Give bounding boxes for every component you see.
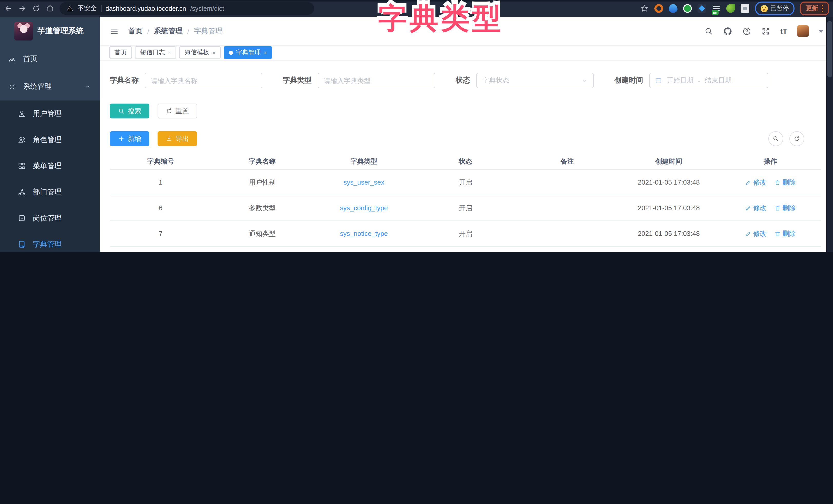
badge-icon <box>18 214 26 223</box>
menu-tree-icon <box>18 161 26 170</box>
dashboard-icon <box>8 55 17 63</box>
reset-button[interactable]: 重置 <box>158 104 197 119</box>
breadcrumb-home[interactable]: 首页 <box>128 26 143 35</box>
divider <box>101 5 101 12</box>
sidebar-menu: 首页 系统管理 用户管理 角色管理 <box>0 45 100 252</box>
export-button[interactable]: 导出 <box>158 131 197 146</box>
search-button[interactable]: 搜索 <box>110 104 149 119</box>
dict-name-input[interactable] <box>145 73 262 88</box>
refresh-button[interactable] <box>789 131 804 146</box>
app-title: 芋道管理系统 <box>38 26 84 36</box>
toggle-search-button[interactable] <box>768 131 783 146</box>
screen: 不安全 dashboard.yudao.iocoder.cn/system/di… <box>0 0 833 252</box>
browser-scrollbar[interactable] <box>826 17 833 252</box>
table-actions: 新增 导出 <box>110 131 826 146</box>
tab-home[interactable]: 首页 <box>109 46 132 59</box>
tab-dict-management[interactable]: 字典管理× <box>224 46 272 59</box>
status-label: 状态 <box>456 76 470 85</box>
extension-leaf-icon[interactable] <box>726 4 735 13</box>
delete-link[interactable]: 删除 <box>774 229 796 238</box>
delete-link[interactable]: 删除 <box>774 178 796 187</box>
browser-menu-icon[interactable] <box>822 5 823 12</box>
sidebar-item-role-management[interactable]: 角色管理 <box>0 127 100 153</box>
not-secure-warning-icon <box>66 5 73 12</box>
table-row: 6 参数类型 sys_config_type 开启 2021-01-05 17:… <box>110 195 821 221</box>
org-icon <box>18 188 26 196</box>
dict-table: 字典编号 字典名称 字典类型 状态 备注 创建时间 操作 1 用户性别 sys_… <box>110 153 821 252</box>
edit-link[interactable]: 修改 <box>745 178 766 187</box>
close-icon[interactable]: × <box>168 49 171 56</box>
back-icon[interactable] <box>4 4 13 13</box>
sidebar: 芋道管理系统 首页 系统管理 用户管理 <box>0 17 100 252</box>
edit-link[interactable]: 修改 <box>745 229 766 238</box>
sidebar-item-department-management[interactable]: 部门管理 <box>0 179 100 205</box>
dict-type-input[interactable] <box>318 73 435 88</box>
reload-icon[interactable] <box>32 4 41 13</box>
close-icon[interactable]: × <box>212 49 216 56</box>
avatar-caret-icon[interactable] <box>818 29 824 32</box>
chrome-update-button[interactable]: 更新 <box>800 2 829 16</box>
sidebar-item-system-management[interactable]: 系统管理 <box>0 73 100 100</box>
date-range-picker[interactable]: 开始日期 - 结束日期 <box>649 73 768 88</box>
profile-paused-chip[interactable]: 已暂停 <box>755 2 794 16</box>
address-bar[interactable]: 不安全 dashboard.yudao.iocoder.cn/system/di… <box>60 2 314 15</box>
delete-link[interactable]: 删除 <box>774 203 796 212</box>
search-icon[interactable] <box>704 26 713 35</box>
forward-icon[interactable] <box>18 4 27 13</box>
main-panel: 首页 / 系统管理 / 字典管理 tT 首页 短信日 <box>100 17 833 252</box>
table-row: 7 通知类型 sys_notice_type 开启 2021-01-05 17:… <box>110 221 821 247</box>
table-header: 字典编号 字典名称 字典类型 状态 备注 创建时间 操作 <box>110 153 821 170</box>
url-domain: dashboard.yudao.iocoder.cn <box>105 5 186 12</box>
search-actions: 搜索 重置 <box>110 104 826 119</box>
extension-pixel-icon[interactable] <box>697 4 706 13</box>
users-icon <box>18 135 26 144</box>
update-label: 更新 <box>806 4 818 13</box>
status-select[interactable]: 字典状态 <box>476 73 594 88</box>
topbar-icons: tT <box>704 25 824 37</box>
extension-adblock-icon[interactable] <box>654 4 663 13</box>
help-icon[interactable] <box>742 26 752 35</box>
system-submenu: 用户管理 角色管理 菜单管理 部门管理 <box>0 100 100 252</box>
font-size-icon[interactable]: tT <box>780 26 787 35</box>
sidebar-item-home[interactable]: 首页 <box>0 45 100 73</box>
gear-icon <box>8 82 17 91</box>
home-icon[interactable] <box>46 4 54 13</box>
tab-sms-template[interactable]: 短信模板× <box>180 46 221 59</box>
dict-type-link[interactable]: sys_config_type <box>313 204 415 212</box>
bookmark-star-icon[interactable] <box>640 4 649 13</box>
create-time-label: 创建时间 <box>614 76 643 85</box>
dict-type-link[interactable]: sys_user_sex <box>313 178 415 186</box>
user-icon <box>18 109 26 118</box>
extension-list-icon[interactable]: on <box>712 4 721 13</box>
sidebar-item-post-management[interactable]: 岗位管理 <box>0 205 100 231</box>
sidebar-item-user-management[interactable]: 用户管理 <box>0 100 100 127</box>
fullscreen-icon[interactable] <box>761 26 770 35</box>
extension-green-icon[interactable] <box>683 4 692 13</box>
view-tabs: 首页 短信日志× 短信模板× 字典管理× <box>100 45 833 60</box>
user-avatar[interactable] <box>797 25 809 37</box>
tab-sms-log[interactable]: 短信日志× <box>135 46 176 59</box>
extensions-row: on 已暂停 更新 <box>640 2 829 16</box>
topbar: 首页 / 系统管理 / 字典管理 tT <box>100 17 833 45</box>
add-button[interactable]: 新增 <box>110 131 149 146</box>
chevron-down-icon <box>582 78 588 83</box>
chevron-up-icon <box>85 83 91 90</box>
breadcrumb-current: 字典管理 <box>194 26 223 35</box>
dict-name-label: 字典名称 <box>110 76 139 85</box>
sidebar-item-dict-management[interactable]: 字典管理 <box>0 231 100 252</box>
scrollbar-thumb[interactable] <box>827 21 832 77</box>
calendar-icon <box>655 77 662 84</box>
extensions-puzzle-icon[interactable] <box>741 4 749 13</box>
hamburger-menu-icon[interactable] <box>109 27 119 35</box>
content: 字典名称 字典类型 状态 字典状态 创建时间 开始日期 <box>100 60 833 252</box>
extension-gem-icon[interactable] <box>669 4 677 13</box>
app-logo <box>15 22 33 40</box>
close-icon[interactable]: × <box>264 49 267 56</box>
dict-type-link[interactable]: sys_notice_type <box>313 230 415 237</box>
date-start-placeholder: 开始日期 <box>667 76 693 85</box>
edit-link[interactable]: 修改 <box>745 203 766 212</box>
breadcrumb-system[interactable]: 系统管理 <box>154 26 183 35</box>
sidebar-item-menu-management[interactable]: 菜单管理 <box>0 153 100 179</box>
github-icon[interactable] <box>723 26 732 35</box>
table-row: 8 通知状态 sys_notice_status 开启 2021-01-05 1… <box>110 247 821 252</box>
